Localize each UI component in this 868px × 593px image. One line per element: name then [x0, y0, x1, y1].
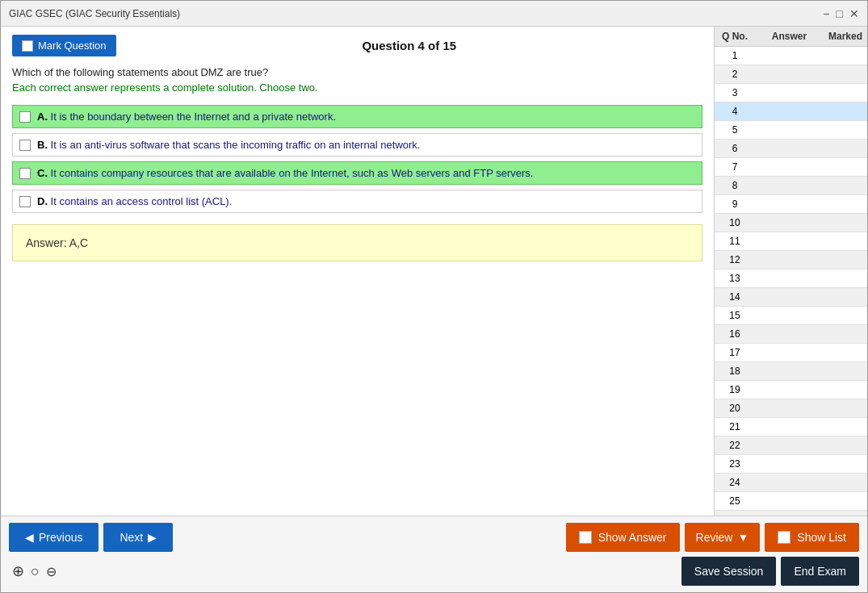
- options-list: A. It is the boundary between the Intern…: [12, 105, 702, 213]
- show-answer-checkbox-icon: [579, 531, 592, 544]
- q-row-num: 24: [715, 474, 755, 491]
- q-row-answer: [755, 368, 824, 374]
- window-title: GIAC GSEC (GIAC Security Essentials): [9, 8, 180, 19]
- question-list-row[interactable]: 19: [715, 381, 867, 399]
- question-list-row[interactable]: 14: [715, 288, 867, 307]
- question-list-row[interactable]: 13: [715, 269, 867, 288]
- question-list-row[interactable]: 21: [715, 418, 867, 436]
- col-marked-header: Marked: [824, 27, 867, 46]
- option-d[interactable]: D. It contains an access control list (A…: [12, 190, 702, 213]
- next-button[interactable]: Next ▶: [103, 523, 173, 552]
- q-row-marked: [824, 219, 867, 226]
- q-row-num: 9: [715, 195, 755, 213]
- question-list-row[interactable]: 10: [715, 214, 867, 232]
- show-list-checkbox-icon: [778, 531, 790, 544]
- option-c-checkbox[interactable]: [19, 168, 31, 179]
- question-list-row[interactable]: 3: [715, 84, 867, 102]
- q-row-num: 18: [715, 362, 755, 380]
- question-list-row[interactable]: 1: [715, 47, 867, 65]
- q-row-marked: [824, 294, 867, 300]
- question-list-row[interactable]: 15: [715, 307, 867, 325]
- q-row-answer: [755, 442, 824, 449]
- question-list-row[interactable]: 18: [715, 362, 867, 381]
- save-session-button[interactable]: Save Session: [681, 557, 777, 586]
- zoom-reset-button[interactable]: ○: [27, 562, 43, 582]
- option-b[interactable]: B. It is an anti-virus software that sca…: [12, 133, 702, 157]
- q-row-num: 7: [715, 158, 755, 176]
- question-list-row[interactable]: 5: [715, 121, 867, 140]
- q-row-marked: [824, 275, 867, 282]
- question-list-row[interactable]: 9: [715, 195, 867, 214]
- question-list-row[interactable]: 2: [715, 65, 867, 84]
- question-list-row[interactable]: 24: [715, 474, 867, 492]
- option-a-checkbox[interactable]: [19, 111, 31, 123]
- question-list-row[interactable]: 12: [715, 251, 867, 269]
- show-list-button[interactable]: Show List: [765, 523, 859, 552]
- mark-question-label: Mark Question: [38, 40, 107, 52]
- zoom-controls: ⊕ ○ ⊖: [9, 561, 60, 582]
- review-arrow-icon: ▼: [737, 531, 748, 544]
- q-row-marked: [824, 71, 867, 77]
- q-row-answer: [755, 52, 824, 59]
- q-row-answer: [755, 145, 824, 152]
- end-exam-button[interactable]: End Exam: [781, 557, 859, 586]
- question-list-row[interactable]: 17: [715, 344, 867, 362]
- mark-checkbox-icon: [22, 40, 33, 52]
- question-list-row[interactable]: 16: [715, 325, 867, 344]
- end-exam-label: End Exam: [794, 565, 846, 578]
- option-a[interactable]: A. It is the boundary between the Intern…: [12, 105, 702, 128]
- review-label: Review: [696, 531, 733, 544]
- question-list-row[interactable]: 23: [715, 455, 867, 474]
- mark-question-button[interactable]: Mark Question: [12, 35, 116, 56]
- question-list-row[interactable]: 8: [715, 177, 867, 195]
- show-list-label: Show List: [797, 531, 846, 544]
- q-row-marked: [824, 349, 867, 356]
- q-row-marked: [824, 461, 867, 467]
- question-list-row[interactable]: 4: [715, 102, 867, 121]
- option-d-text: D. It contains an access control list (A…: [37, 195, 232, 207]
- show-answer-button[interactable]: Show Answer: [566, 523, 680, 552]
- q-row-marked: [824, 386, 867, 393]
- review-button[interactable]: Review ▼: [685, 523, 761, 552]
- question-list-row[interactable]: 6: [715, 140, 867, 158]
- q-row-num: 16: [715, 325, 755, 343]
- q-row-num: 4: [715, 102, 755, 120]
- question-list-row[interactable]: 25: [715, 492, 867, 511]
- q-row-num: 1: [715, 47, 755, 65]
- q-row-num: 10: [715, 214, 755, 232]
- zoom-out-button[interactable]: ⊖: [43, 562, 60, 581]
- q-row-answer: [755, 461, 824, 467]
- q-row-answer: [755, 312, 824, 319]
- option-d-checkbox[interactable]: [19, 196, 31, 207]
- question-list-row[interactable]: 20: [715, 399, 867, 418]
- title-bar: GIAC GSEC (GIAC Security Essentials) − □…: [1, 1, 867, 27]
- q-row-marked: [824, 424, 867, 430]
- previous-button[interactable]: ◀ Previous: [9, 523, 99, 552]
- option-c[interactable]: C. It contains company resources that ar…: [12, 161, 702, 185]
- option-b-checkbox[interactable]: [19, 140, 31, 151]
- bottom-bar: ◀ Previous Next ▶ Show Answer Review ▼ S…: [1, 516, 867, 592]
- zoom-in-button[interactable]: ⊕: [9, 561, 27, 582]
- q-row-marked: [824, 331, 867, 337]
- q-row-marked: [824, 145, 867, 152]
- q-row-answer: [755, 182, 824, 189]
- option-c-text: C. It contains company resources that ar…: [37, 167, 533, 179]
- q-row-marked: [824, 479, 867, 486]
- q-row-num: 11: [715, 232, 755, 250]
- q-row-marked: [824, 201, 867, 207]
- minimize-icon[interactable]: −: [823, 7, 829, 20]
- question-list[interactable]: 1 2 3 4 5 6 7 8: [715, 47, 867, 516]
- maximize-icon[interactable]: □: [837, 7, 843, 20]
- question-list-row[interactable]: 22: [715, 436, 867, 455]
- close-icon[interactable]: ✕: [849, 7, 859, 20]
- q-row-answer: [755, 405, 824, 411]
- q-row-answer: [755, 257, 824, 263]
- question-list-row[interactable]: 7: [715, 158, 867, 177]
- q-row-marked: [824, 164, 867, 170]
- q-row-num: 2: [715, 65, 755, 83]
- q-row-answer: [755, 238, 824, 244]
- q-row-marked: [824, 127, 867, 133]
- main-window: GIAC GSEC (GIAC Security Essentials) − □…: [0, 0, 868, 593]
- question-list-row[interactable]: 11: [715, 232, 867, 251]
- q-row-num: 8: [715, 177, 755, 194]
